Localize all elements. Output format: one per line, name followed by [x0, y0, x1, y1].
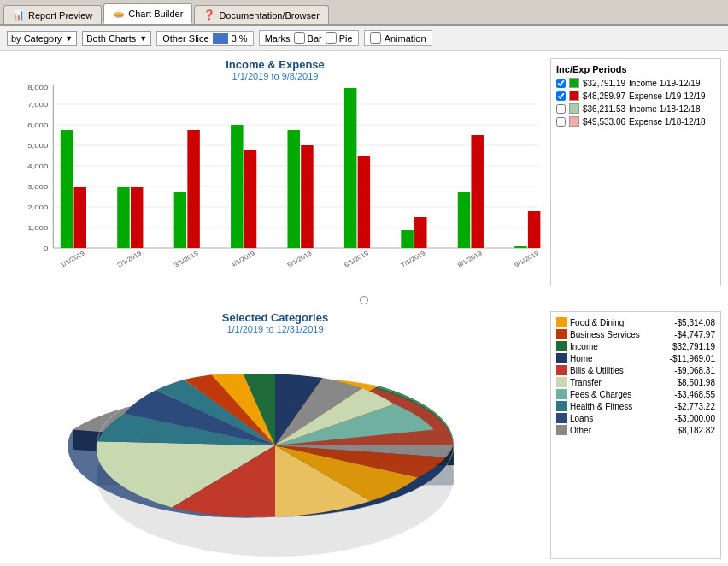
- tab-chart-builder[interactable]: 🥧 Chart Builder: [103, 3, 192, 24]
- pie-legend-item-6: Fees & Charges -$3,468.55: [556, 389, 715, 399]
- marks-label: Marks: [265, 33, 291, 44]
- section-divider: [0, 293, 728, 309]
- svg-rect-24: [187, 130, 199, 248]
- pie-legend-value-7: -$2,773.22: [674, 402, 715, 411]
- svg-rect-32: [414, 217, 426, 248]
- legend-cb-1[interactable]: [556, 91, 566, 101]
- svg-text:1/1/2019: 1/1/2019: [59, 250, 87, 268]
- pie-legend-color-4: [556, 365, 567, 375]
- svg-rect-26: [244, 150, 256, 248]
- tab-report-preview-label: Report Preview: [28, 10, 92, 21]
- legend-item-3: $49,533.06 Expense 1/18-12/18: [556, 116, 715, 127]
- pie-chart-section: Selected Categories 1/1/2019 to 12/31/20…: [0, 308, 728, 563]
- both-charts-arrow-icon: ▼: [139, 34, 147, 43]
- pie-legend-item-8: Loans -$3,000.00: [556, 413, 715, 423]
- svg-rect-20: [74, 187, 86, 248]
- tab-chart-builder-label: Chart Builder: [128, 9, 183, 19]
- bar-checkbox[interactable]: [294, 32, 305, 44]
- pie-legend-value-2: $32,791.19: [672, 342, 715, 351]
- category-arrow-icon: ▼: [65, 34, 73, 43]
- pie-chart-svg: [7, 334, 543, 557]
- bar-chart-svg: 0 1,000 2,000 3,000 4,000 5,000 6,000 7,…: [7, 81, 543, 269]
- tab-documentation[interactable]: ❓ Documentation/Browser: [194, 5, 328, 24]
- svg-rect-34: [471, 135, 483, 248]
- pie-checkbox[interactable]: [326, 32, 337, 44]
- tab-bar: 📊 Report Preview 🥧 Chart Builder ❓ Docum…: [0, 0, 728, 26]
- pie-legend-item-1: Business Services -$4,747.97: [556, 329, 715, 339]
- pie-legend-value-1: -$4,747.97: [674, 330, 715, 339]
- svg-rect-29: [344, 88, 356, 248]
- bar-label: Bar: [308, 33, 322, 44]
- svg-text:6,000: 6,000: [27, 121, 48, 129]
- svg-text:8,000: 8,000: [27, 84, 48, 91]
- animation-checkbox[interactable]: [370, 32, 381, 44]
- resize-handle[interactable]: [360, 296, 368, 304]
- svg-text:8/1/2019: 8/1/2019: [456, 250, 484, 268]
- legend-desc-2: Income 1/18-12/18: [629, 104, 700, 114]
- pie-legend-color-8: [556, 413, 567, 423]
- animation-label: Animation: [385, 33, 426, 44]
- pie-legend-value-8: -$3,000.00: [674, 414, 715, 423]
- legend-desc-3: Expense 1/18-12/18: [629, 117, 706, 127]
- pie-checkbox-label[interactable]: Pie: [326, 32, 353, 44]
- toolbar: by Category ▼ Both Charts ▼ Other Slice …: [0, 26, 728, 51]
- pie-legend-color-6: [556, 389, 567, 399]
- svg-rect-33: [458, 192, 470, 248]
- pie-legend-label-0: Food & Dining: [570, 318, 671, 327]
- pie-legend-value-6: -$3,468.55: [674, 390, 715, 399]
- other-slice-pct: 3 %: [232, 33, 248, 44]
- pie-chart-title: Selected Categories: [7, 311, 543, 324]
- report-preview-icon: 📊: [13, 9, 25, 21]
- pie-legend-color-3: [556, 353, 567, 363]
- pie-legend-value-9: $8,182.82: [678, 426, 716, 435]
- tab-report-preview[interactable]: 📊 Report Preview: [3, 5, 102, 24]
- legend-value-1: $48,259.97: [583, 91, 625, 101]
- svg-text:4/1/2019: 4/1/2019: [229, 250, 257, 268]
- svg-rect-28: [301, 145, 313, 248]
- svg-text:5,000: 5,000: [27, 142, 48, 150]
- svg-rect-30: [358, 156, 370, 248]
- svg-rect-35: [514, 246, 526, 248]
- legend-value-0: $32,791.19: [583, 79, 625, 88]
- pie-chart-legend: Food & Dining -$5,314.08 Business Servic…: [550, 311, 721, 559]
- pie-legend-label-3: Home: [570, 354, 666, 363]
- svg-rect-25: [231, 125, 243, 248]
- svg-rect-22: [131, 187, 143, 248]
- pie-legend-label-7: Health & Fitness: [570, 402, 671, 411]
- pie-chart-subtitle: 1/1/2019 to 12/31/2019: [7, 324, 543, 334]
- svg-rect-23: [174, 192, 186, 248]
- pie-legend-color-7: [556, 401, 567, 411]
- svg-text:4,000: 4,000: [27, 162, 48, 170]
- bar-checkbox-label[interactable]: Bar: [294, 32, 322, 44]
- legend-cb-3[interactable]: [556, 117, 566, 127]
- legend-desc-1: Expense 1/19-12/19: [629, 91, 706, 101]
- pie-legend-item-3: Home -$11,969.01: [556, 353, 715, 363]
- legend-cb-0[interactable]: [556, 79, 566, 88]
- bar-chart-legend: Inc/Exp Periods $32,791.19 Income 1/19-1…: [550, 58, 721, 286]
- svg-text:3/1/2019: 3/1/2019: [173, 250, 201, 268]
- pie-legend-label-6: Fees & Charges: [570, 390, 671, 399]
- legend-cb-2[interactable]: [556, 104, 566, 114]
- pie-legend-color-0: [556, 317, 567, 327]
- legend-title: Inc/Exp Periods: [556, 64, 715, 74]
- svg-text:6/1/2019: 6/1/2019: [343, 250, 371, 268]
- svg-text:5/1/2019: 5/1/2019: [285, 250, 314, 268]
- pie-legend-item-5: Transfer $8,501.98: [556, 377, 715, 387]
- category-dropdown[interactable]: by Category ▼: [7, 31, 77, 46]
- pie-legend-item-0: Food & Dining -$5,314.08: [556, 317, 715, 327]
- pie-legend-value-0: -$5,314.08: [674, 318, 715, 327]
- svg-text:3,000: 3,000: [27, 183, 48, 191]
- pie-legend-item-2: Income $32,791.19: [556, 341, 715, 351]
- main-content: Income & Expense 1/1/2019 to 9/8/2019 0 …: [0, 51, 728, 563]
- bar-chart-title: Income & Expense: [7, 58, 543, 71]
- both-charts-dropdown[interactable]: Both Charts ▼: [82, 31, 151, 46]
- slice-bar-indicator[interactable]: [213, 33, 228, 44]
- legend-item-2: $36,211.53 Income 1/18-12/18: [556, 103, 715, 114]
- marks-group: Marks Bar Pie: [259, 30, 359, 46]
- documentation-icon: ❓: [203, 9, 215, 21]
- animation-group: Animation: [364, 30, 432, 46]
- svg-rect-27: [287, 130, 299, 248]
- svg-text:7/1/2019: 7/1/2019: [399, 250, 427, 268]
- legend-item-1: $48,259.97 Expense 1/19-12/19: [556, 91, 715, 101]
- pie-legend-color-5: [556, 377, 567, 387]
